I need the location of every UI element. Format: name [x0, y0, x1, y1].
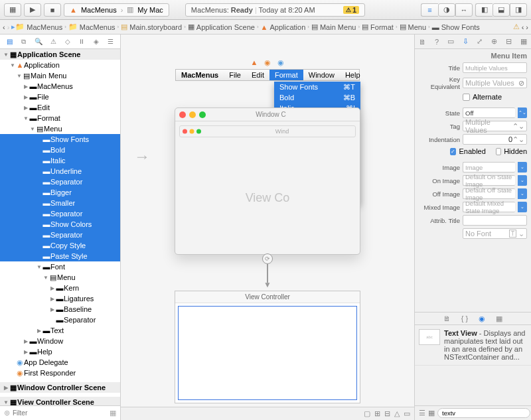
alternate-checkbox[interactable] [463, 94, 470, 101]
enabled-checkbox[interactable]: ✓ [450, 148, 456, 155]
library-filter-input[interactable] [437, 408, 530, 418]
menu-item[interactable]: Help [340, 70, 366, 80]
test-nav-icon[interactable]: ◇ [65, 38, 70, 45]
outline-row[interactable]: ▼▤Menu [0, 272, 120, 283]
embed-button[interactable]: ▭ [404, 409, 410, 418]
outline-row[interactable]: ▶▬Text [0, 325, 120, 336]
title-field[interactable]: Multiple Values [463, 62, 527, 73]
hidden-checkbox[interactable] [496, 148, 501, 155]
issue-nav-icon[interactable]: ⚠ [50, 38, 56, 45]
outline-row[interactable]: ▶▬Kern [0, 283, 120, 293]
menu-item[interactable]: File [224, 70, 246, 80]
media-library-icon[interactable]: ▦ [496, 315, 502, 323]
dropdown-item[interactable]: Show Fonts⌘T [274, 82, 360, 92]
tag-field[interactable]: Multiple Values⌃⌄ [463, 121, 527, 131]
jump-forward-button[interactable]: › [7, 23, 10, 31]
resolve-button[interactable]: △ [394, 409, 400, 418]
outline-row[interactable]: ▬Separator [0, 315, 120, 325]
bindings-inspector-icon[interactable]: ⊟ [506, 37, 512, 46]
outline-row[interactable]: ▶▬Window [0, 336, 120, 346]
outline-row-selected[interactable]: ▬Underline [0, 166, 120, 176]
jump-back-button[interactable]: ‹ [3, 23, 5, 31]
outline-row-selected[interactable]: ▬Italic [0, 155, 120, 166]
jump-next-button[interactable]: › [526, 23, 528, 31]
help-inspector-icon[interactable]: ? [435, 38, 439, 46]
outline-row[interactable]: ▶▬Edit [0, 102, 120, 113]
outline-row-selected[interactable]: ▬Show Colors [0, 219, 120, 230]
outline-row-selected[interactable]: ▬Paste Style [0, 251, 120, 261]
view-controller-mock[interactable]: View Controller [175, 291, 360, 403]
stop-button[interactable]: ■ [44, 3, 61, 17]
outline-row[interactable]: ▶▬Baseline [0, 304, 120, 315]
text-view-selection[interactable] [178, 306, 357, 400]
state-select[interactable]: Off [463, 107, 515, 118]
menu-item[interactable]: Edit [246, 70, 269, 80]
dropdown-item[interactable]: Bold⌘B [274, 92, 360, 103]
menu-item[interactable]: MacMenus [176, 70, 224, 80]
chevron-down-icon[interactable]: ⌄ [518, 175, 527, 186]
outline-row[interactable]: ◉First Responder [0, 368, 120, 378]
code-snippet-icon[interactable]: { } [461, 315, 468, 322]
outline-row[interactable]: ▶▬File [0, 92, 120, 102]
outline-row[interactable]: ▶▬Help [0, 346, 120, 357]
outline-row-selected[interactable]: ▬Copy Style [0, 240, 120, 251]
toggle-debug-button[interactable]: ⬓ [493, 3, 510, 17]
outline-row-selected[interactable]: ▬Show Fonts [0, 134, 120, 145]
menu-item[interactable]: Window [303, 70, 340, 80]
attrib-title-field[interactable] [463, 215, 527, 226]
menu-item-selected[interactable]: Format [269, 70, 303, 80]
outline-row-selected[interactable]: ▬Separator [0, 208, 120, 219]
outline-row-selected[interactable]: ▬Bold [0, 145, 120, 155]
jump-bar[interactable]: ‹ › ▸📁MacMenus› 📁MacMenus› ▤Main.storybo… [0, 20, 531, 35]
project-nav-icon[interactable]: ▤ [7, 38, 13, 45]
outline-scene[interactable]: ▼▦Application Scene [0, 49, 120, 60]
segue-connector[interactable]: ⟳ ▼ [262, 253, 273, 287]
window-controller-mock[interactable]: Window C Wind View Co [175, 107, 360, 255]
outline-row[interactable]: ▼▲Application [0, 60, 120, 70]
file-template-icon[interactable]: 🗎 [443, 315, 451, 322]
outline-row[interactable]: ▼▬Font [0, 261, 120, 272]
grid-view-icon[interactable]: ▦ [428, 409, 435, 417]
debug-nav-icon[interactable]: ⏸ [78, 38, 85, 45]
library-item[interactable]: abc Text View - Displays and manipulates… [415, 325, 531, 366]
attributes-inspector-icon[interactable]: ⇩ [463, 37, 469, 46]
close-navigator-button[interactable]: ▦ [4, 3, 21, 17]
outline-row[interactable]: ▼▤Main Menu [0, 70, 120, 81]
outline-row[interactable]: ▶▬MacMenus [0, 81, 120, 92]
mixed-image-select[interactable]: Default Mixed State Image [463, 202, 515, 212]
chevron-down-icon[interactable]: ⌄ [518, 188, 527, 199]
font-picker[interactable]: No Font🅃 ⌄ [463, 228, 527, 239]
outline-scene[interactable]: ▼▦View Controller Scene [0, 397, 120, 405]
connections-inspector-icon[interactable]: ⊕ [491, 37, 497, 46]
document-outline[interactable]: ▼▦Application Scene ▼▲Application ▼▤Main… [0, 49, 120, 405]
version-editor-button[interactable]: ↔ [455, 3, 473, 17]
image-select[interactable]: Image [463, 162, 515, 173]
on-image-select[interactable]: Default On State Image [463, 175, 515, 186]
jump-prev-button[interactable]: ‹ [522, 23, 524, 31]
outline-row-selected[interactable]: ▬Separator [0, 230, 120, 240]
library-tabs[interactable]: 🗎 { } ◉ ▦ [415, 312, 531, 325]
chevron-down-icon[interactable]: ⌄ [518, 162, 527, 173]
outline-row[interactable]: ▼▤Menu [0, 123, 120, 134]
outline-scene[interactable]: ▶▦Window Controller Scene [0, 382, 120, 393]
list-view-icon[interactable]: ☰ [419, 409, 425, 417]
size-inspector-icon[interactable]: ⤢ [477, 37, 483, 46]
app-menubar-mock[interactable]: ▲ ◉ ◉ MacMenus File Edit Format Window H… [175, 58, 360, 81]
inspector-tabs[interactable]: 🗎 ? ▭ ⇩ ⤢ ⊕ ⊟ ▦ [415, 35, 531, 49]
toggle-inspector-button[interactable]: ◨ [510, 3, 527, 17]
toggle-navigator-button[interactable]: ◧ [475, 3, 493, 17]
chevron-down-icon[interactable]: ⌄ [518, 202, 527, 212]
warning-badge[interactable]: ⚠ 1 [343, 6, 359, 14]
find-nav-icon[interactable]: 🔍 [35, 38, 42, 45]
keyequiv-field[interactable]: Multiple Values⊘ [463, 78, 527, 88]
breakpoint-nav-icon[interactable]: ◈ [94, 38, 99, 45]
outline-row[interactable]: ◉App Delegate [0, 357, 120, 368]
pin-button[interactable]: ⊟ [384, 409, 390, 418]
standard-editor-button[interactable]: ≡ [421, 3, 438, 17]
filter-recent-icon[interactable]: ▦ [110, 409, 116, 417]
run-button[interactable]: ▶ [24, 3, 41, 17]
indent-field[interactable]: 0 ⌃⌄ [463, 134, 527, 145]
report-nav-icon[interactable]: ☰ [108, 38, 114, 45]
outline-row[interactable]: ▼▬Format [0, 113, 120, 123]
effects-inspector-icon[interactable]: ▦ [520, 37, 527, 46]
